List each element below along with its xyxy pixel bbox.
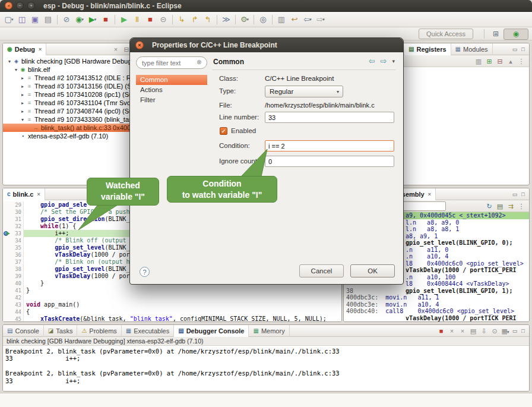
expander-icon[interactable]: ▾ xyxy=(7,59,12,64)
search-icon[interactable]: ◎ xyxy=(257,14,269,26)
minimize-icon[interactable]: ▭ xyxy=(511,46,519,52)
pin-console-icon[interactable]: ⊙ xyxy=(489,328,500,335)
minimize-icon[interactable]: ▭ xyxy=(511,328,519,334)
editor-annotation-margin[interactable] xyxy=(3,258,11,266)
window-minimize-button[interactable]: − xyxy=(16,2,24,10)
editor-annotation-margin[interactable] xyxy=(3,294,11,301)
step-into-icon[interactable]: ↳ xyxy=(176,14,188,26)
editor-annotation-margin[interactable] xyxy=(3,244,11,251)
tab-debug[interactable]: ◉ Debug × xyxy=(3,43,46,55)
editor-annotation-margin[interactable] xyxy=(3,273,11,280)
disassembly-line[interactable]: 400dbc3e: movi.n a10, 4 xyxy=(344,301,529,308)
editor-annotation-margin[interactable] xyxy=(3,209,11,216)
print-icon[interactable]: ▤ xyxy=(42,14,54,26)
debug-tree-item[interactable]: ▾◉blink.elf xyxy=(3,65,144,74)
tab-blink-c[interactable]: c blink.c × xyxy=(3,188,45,200)
remove-launch-icon[interactable]: × xyxy=(446,328,457,335)
open-perspective-icon[interactable]: ⊞ xyxy=(489,29,502,40)
scroll-lock-icon[interactable]: ⇩ xyxy=(479,328,489,335)
expander-icon[interactable]: ▸ xyxy=(20,109,26,114)
condition-input[interactable] xyxy=(265,140,394,152)
type-dropdown[interactable]: Regular ▾ xyxy=(265,86,343,97)
run-icon[interactable]: ▶▾ xyxy=(87,14,99,26)
disassembly-line[interactable]: 400dbc40: call8 0x400dc6c0 <gpio_set_lev… xyxy=(344,308,529,315)
view-menu-icon[interactable]: ⋮ xyxy=(516,203,527,210)
tab-memory[interactable]: ▦Memory xyxy=(249,325,289,337)
expander-icon[interactable]: ▸ xyxy=(20,100,26,106)
dialog-nav-actions[interactable]: Actions xyxy=(136,85,207,95)
editor-annotation-margin[interactable] xyxy=(3,230,11,237)
chevron-down-icon[interactable]: ▾ xyxy=(392,58,395,64)
editor-line-44[interactable]: 44{ xyxy=(3,308,341,315)
step-return-icon[interactable]: ↰ xyxy=(202,14,214,26)
dialog-nav-filter[interactable]: Filter xyxy=(136,95,207,105)
debug-icon[interactable]: ◉▾ xyxy=(74,14,86,26)
tab-console[interactable]: ▤Console xyxy=(3,325,44,337)
resume-icon[interactable]: ▶ xyxy=(118,14,130,26)
line-number-input[interactable] xyxy=(265,112,394,123)
debug-tree-item[interactable]: ▸≡Thread #2 1073413512 (IDLE : Runn xyxy=(3,74,144,82)
debug-tree-item[interactable]: ▾◈blink checking [GDB Hardware Debug xyxy=(3,57,144,65)
ok-button[interactable]: OK xyxy=(350,264,395,277)
close-icon[interactable]: × xyxy=(37,191,40,197)
step-over-icon[interactable]: ↱ xyxy=(189,14,201,26)
terminate-icon[interactable]: ■ xyxy=(144,14,156,26)
console-output[interactable]: Breakpoint 2, blink_task (pvParameter=0x… xyxy=(3,346,529,392)
tab-registers[interactable]: ▤Registers xyxy=(404,43,451,55)
close-icon[interactable]: × xyxy=(428,191,431,197)
tab-modules[interactable]: ▦Modules xyxy=(451,43,493,55)
forward-icon[interactable]: ⇨▾ xyxy=(315,14,327,26)
clear-console-icon[interactable]: ▤ xyxy=(468,328,479,335)
editor-line-42[interactable]: 42 xyxy=(3,294,341,301)
debug-tree-item[interactable]: →blink_task() at blink.c:33 0x400db xyxy=(3,124,144,132)
stop-icon[interactable]: ■ xyxy=(100,14,112,26)
instruction-stepping-icon[interactable]: ≫ xyxy=(220,14,232,26)
disassembly-line[interactable]: 400dbc3c: movi.n a11, 1 xyxy=(344,294,529,301)
disconnect-icon[interactable]: ⊝ xyxy=(157,14,169,26)
view-menu-icon[interactable]: ⋮ xyxy=(516,58,527,65)
enabled-checkbox[interactable]: ✓ xyxy=(220,127,227,135)
editor-annotation-margin[interactable] xyxy=(3,287,11,294)
editor-annotation-margin[interactable] xyxy=(3,315,11,322)
collapse-all-icon[interactable]: ▴ xyxy=(505,58,516,65)
mark-occurrences-icon[interactable]: ▥ xyxy=(276,14,287,26)
ignore-count-input[interactable] xyxy=(265,156,394,167)
tab-problems[interactable]: ⚠Problems xyxy=(77,325,121,337)
remove-register-group-icon[interactable]: ⊟ xyxy=(495,58,505,65)
maximize-icon[interactable]: □ xyxy=(519,328,527,334)
dialog-nav-common[interactable]: Common xyxy=(136,75,207,85)
debug-perspective-icon[interactable]: ◉ xyxy=(504,29,528,40)
save-all-icon[interactable]: ▣ xyxy=(29,14,41,26)
cancel-button[interactable]: Cancel xyxy=(299,264,344,277)
open-console-icon[interactable]: ▦▾ xyxy=(500,328,511,335)
editor-line-43[interactable]: 43void app_main() xyxy=(3,301,341,308)
expander-icon[interactable]: ▸ xyxy=(20,84,26,89)
editor-annotation-margin[interactable] xyxy=(3,223,11,230)
editor-line-45[interactable]: 45 xTaskCreate(&blink_task, "blink_task"… xyxy=(3,315,341,322)
close-icon[interactable]: × xyxy=(39,46,42,52)
tab-executables[interactable]: ▦Executables xyxy=(122,325,174,337)
debug-tree-item[interactable]: ▸≡Thread #6 1073431104 (Tmr Svc) (S xyxy=(3,99,144,107)
expander-icon[interactable]: ▸ xyxy=(20,75,26,81)
expander-icon[interactable]: ▾ xyxy=(13,67,19,72)
help-button[interactable]: ? xyxy=(140,267,150,277)
suspend-icon[interactable]: Ⅱ xyxy=(131,14,143,26)
remove-all-terminated-icon[interactable]: × xyxy=(110,46,121,53)
maximize-icon[interactable]: □ xyxy=(519,191,527,197)
editor-annotation-margin[interactable] xyxy=(3,280,11,287)
editor-annotation-margin[interactable] xyxy=(3,201,11,209)
sync-context-icon[interactable]: ⇉ xyxy=(505,203,516,210)
debug-tree-item[interactable]: ▸≡Thread #7 1073408744 (ipc0) (Susp xyxy=(3,107,144,115)
dialog-close-button[interactable]: × xyxy=(135,41,144,49)
disassembly-line[interactable]: vTaskDelay(1000 / portTICK_PERI xyxy=(344,315,529,322)
window-maximize-button[interactable]: + xyxy=(27,2,35,10)
save-icon[interactable]: ◫ xyxy=(16,14,28,26)
last-edit-location-icon[interactable]: ↩ xyxy=(289,14,300,26)
refresh-icon[interactable]: ↻ xyxy=(484,203,495,210)
dialog-titlebar[interactable]: × Properties for C/C++ Line Breakpoint xyxy=(130,38,403,52)
editor-line-41[interactable]: 41} xyxy=(3,287,341,294)
minimize-icon[interactable]: ▭ xyxy=(511,191,519,197)
expander-icon[interactable]: ▸ xyxy=(20,92,26,97)
tab-tasks[interactable]: ◪Tasks xyxy=(44,325,78,337)
forward-icon[interactable]: ⇨ xyxy=(381,56,387,65)
